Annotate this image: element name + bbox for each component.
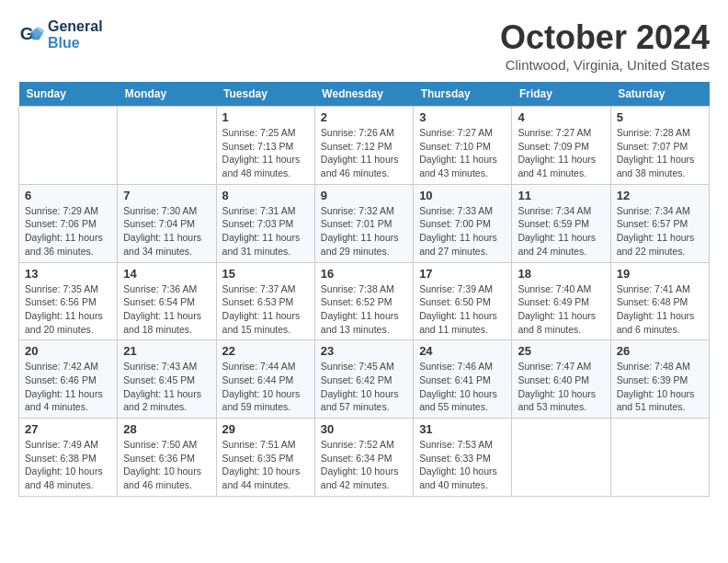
cell-info: Sunrise: 7:27 AM Sunset: 7:10 PM Dayligh… xyxy=(419,126,506,180)
calendar-cell: 23Sunrise: 7:45 AM Sunset: 6:42 PM Dayli… xyxy=(314,340,413,419)
page-subtitle: Clintwood, Virginia, United States xyxy=(500,57,710,73)
cell-date: 6 xyxy=(25,189,111,202)
calendar-cell: 1Sunrise: 7:25 AM Sunset: 7:13 PM Daylig… xyxy=(216,107,314,185)
cell-info: Sunrise: 7:26 AM Sunset: 7:12 PM Dayligh… xyxy=(321,126,407,180)
cell-date: 31 xyxy=(419,422,506,436)
cell-info: Sunrise: 7:29 AM Sunset: 7:06 PM Dayligh… xyxy=(25,204,111,259)
cell-info: Sunrise: 7:39 AM Sunset: 6:50 PM Dayligh… xyxy=(419,282,506,337)
cell-info: Sunrise: 7:48 AM Sunset: 6:39 PM Dayligh… xyxy=(617,360,703,414)
cell-date: 20 xyxy=(25,344,111,358)
cell-info: Sunrise: 7:28 AM Sunset: 7:07 PM Dayligh… xyxy=(617,126,703,180)
cell-date: 15 xyxy=(222,267,309,281)
calendar-cell xyxy=(19,107,118,185)
calendar-cell xyxy=(512,419,610,497)
day-header-friday: Friday xyxy=(512,82,610,107)
cell-date: 18 xyxy=(518,267,604,281)
cell-info: Sunrise: 7:42 AM Sunset: 6:46 PM Dayligh… xyxy=(25,360,111,414)
calendar-cell: 7Sunrise: 7:30 AM Sunset: 7:04 PM Daylig… xyxy=(118,184,216,262)
cell-date: 25 xyxy=(518,344,604,358)
cell-info: Sunrise: 7:52 AM Sunset: 6:34 PM Dayligh… xyxy=(321,438,407,492)
calendar-cell: 26Sunrise: 7:48 AM Sunset: 6:39 PM Dayli… xyxy=(610,340,709,419)
calendar-cell: 12Sunrise: 7:34 AM Sunset: 6:57 PM Dayli… xyxy=(610,184,709,262)
cell-date: 28 xyxy=(123,422,210,436)
cell-date: 7 xyxy=(123,189,210,202)
day-header-monday: Monday xyxy=(118,82,216,107)
cell-info: Sunrise: 7:41 AM Sunset: 6:48 PM Dayligh… xyxy=(617,282,703,337)
cell-date: 22 xyxy=(222,344,309,358)
calendar-cell: 14Sunrise: 7:36 AM Sunset: 6:54 PM Dayli… xyxy=(118,262,216,340)
calendar-cell: 24Sunrise: 7:46 AM Sunset: 6:41 PM Dayli… xyxy=(414,340,512,419)
logo-text: General Blue xyxy=(48,18,103,52)
calendar-cell: 15Sunrise: 7:37 AM Sunset: 6:53 PM Dayli… xyxy=(216,262,314,340)
calendar-cell: 5Sunrise: 7:28 AM Sunset: 7:07 PM Daylig… xyxy=(610,107,709,185)
cell-date: 10 xyxy=(419,189,506,202)
calendar-cell: 18Sunrise: 7:40 AM Sunset: 6:49 PM Dayli… xyxy=(512,262,610,340)
cell-info: Sunrise: 7:34 AM Sunset: 6:57 PM Dayligh… xyxy=(617,204,703,259)
day-header-sunday: Sunday xyxy=(19,82,118,107)
cell-date: 3 xyxy=(419,110,506,124)
calendar-cell: 9Sunrise: 7:32 AM Sunset: 7:01 PM Daylig… xyxy=(314,184,413,262)
calendar-cell: 17Sunrise: 7:39 AM Sunset: 6:50 PM Dayli… xyxy=(414,262,512,340)
day-header-wednesday: Wednesday xyxy=(314,82,413,107)
cell-info: Sunrise: 7:50 AM Sunset: 6:36 PM Dayligh… xyxy=(123,438,210,492)
day-header-thursday: Thursday xyxy=(414,82,512,107)
cell-date: 27 xyxy=(25,422,111,436)
cell-date: 13 xyxy=(25,267,111,281)
calendar-cell: 25Sunrise: 7:47 AM Sunset: 6:40 PM Dayli… xyxy=(512,340,610,419)
page-title: October 2024 xyxy=(500,18,710,57)
cell-info: Sunrise: 7:31 AM Sunset: 7:03 PM Dayligh… xyxy=(222,204,309,259)
cell-date: 19 xyxy=(617,267,703,281)
calendar-cell: 29Sunrise: 7:51 AM Sunset: 6:35 PM Dayli… xyxy=(216,419,314,497)
cell-date: 11 xyxy=(518,189,604,202)
cell-date: 21 xyxy=(123,344,210,358)
cell-date: 26 xyxy=(617,344,703,358)
cell-info: Sunrise: 7:46 AM Sunset: 6:41 PM Dayligh… xyxy=(419,360,506,414)
calendar-cell xyxy=(610,419,709,497)
cell-info: Sunrise: 7:25 AM Sunset: 7:13 PM Dayligh… xyxy=(222,126,309,180)
cell-info: Sunrise: 7:36 AM Sunset: 6:54 PM Dayligh… xyxy=(123,282,210,337)
cell-date: 4 xyxy=(518,110,604,124)
calendar-cell: 28Sunrise: 7:50 AM Sunset: 6:36 PM Dayli… xyxy=(118,419,216,497)
cell-info: Sunrise: 7:37 AM Sunset: 6:53 PM Dayligh… xyxy=(222,282,309,337)
cell-date: 1 xyxy=(222,110,309,124)
cell-info: Sunrise: 7:40 AM Sunset: 6:49 PM Dayligh… xyxy=(518,282,604,337)
cell-info: Sunrise: 7:53 AM Sunset: 6:33 PM Dayligh… xyxy=(419,438,506,492)
calendar-cell: 11Sunrise: 7:34 AM Sunset: 6:59 PM Dayli… xyxy=(512,184,610,262)
cell-date: 17 xyxy=(419,267,506,281)
cell-info: Sunrise: 7:34 AM Sunset: 6:59 PM Dayligh… xyxy=(518,204,604,259)
cell-date: 23 xyxy=(321,344,407,358)
day-header-saturday: Saturday xyxy=(610,82,709,107)
cell-date: 2 xyxy=(321,110,407,124)
cell-date: 24 xyxy=(419,344,506,358)
cell-info: Sunrise: 7:51 AM Sunset: 6:35 PM Dayligh… xyxy=(222,438,309,492)
calendar-cell: 4Sunrise: 7:27 AM Sunset: 7:09 PM Daylig… xyxy=(512,107,610,185)
calendar-week-5: 27Sunrise: 7:49 AM Sunset: 6:38 PM Dayli… xyxy=(19,419,710,497)
calendar-cell: 16Sunrise: 7:38 AM Sunset: 6:52 PM Dayli… xyxy=(314,262,413,340)
calendar-cell: 13Sunrise: 7:35 AM Sunset: 6:56 PM Dayli… xyxy=(19,262,118,340)
calendar-cell: 2Sunrise: 7:26 AM Sunset: 7:12 PM Daylig… xyxy=(314,107,413,185)
cell-info: Sunrise: 7:27 AM Sunset: 7:09 PM Dayligh… xyxy=(518,126,604,180)
cell-info: Sunrise: 7:43 AM Sunset: 6:45 PM Dayligh… xyxy=(123,360,210,414)
cell-info: Sunrise: 7:32 AM Sunset: 7:01 PM Dayligh… xyxy=(321,204,407,259)
cell-date: 8 xyxy=(222,189,309,202)
cell-info: Sunrise: 7:33 AM Sunset: 7:00 PM Dayligh… xyxy=(419,204,506,259)
calendar-cell: 30Sunrise: 7:52 AM Sunset: 6:34 PM Dayli… xyxy=(314,419,413,497)
page-header: G General Blue October 2024 Clintwood, V… xyxy=(18,18,710,73)
cell-info: Sunrise: 7:30 AM Sunset: 7:04 PM Dayligh… xyxy=(123,204,210,259)
title-section: October 2024 Clintwood, Virginia, United… xyxy=(500,18,710,73)
calendar-cell xyxy=(118,107,216,185)
cell-info: Sunrise: 7:45 AM Sunset: 6:42 PM Dayligh… xyxy=(321,360,407,414)
cell-date: 16 xyxy=(321,267,407,281)
cell-date: 14 xyxy=(123,267,210,281)
cell-date: 29 xyxy=(222,422,309,436)
cell-info: Sunrise: 7:47 AM Sunset: 6:40 PM Dayligh… xyxy=(518,360,604,414)
calendar-cell: 10Sunrise: 7:33 AM Sunset: 7:00 PM Dayli… xyxy=(414,184,512,262)
calendar-cell: 8Sunrise: 7:31 AM Sunset: 7:03 PM Daylig… xyxy=(216,184,314,262)
cell-info: Sunrise: 7:44 AM Sunset: 6:44 PM Dayligh… xyxy=(222,360,309,414)
cell-info: Sunrise: 7:49 AM Sunset: 6:38 PM Dayligh… xyxy=(25,438,111,492)
cell-info: Sunrise: 7:35 AM Sunset: 6:56 PM Dayligh… xyxy=(25,282,111,337)
day-header-tuesday: Tuesday xyxy=(216,82,314,107)
cell-date: 5 xyxy=(617,110,703,124)
calendar-header-row: SundayMondayTuesdayWednesdayThursdayFrid… xyxy=(19,82,710,107)
cell-date: 12 xyxy=(617,189,703,202)
